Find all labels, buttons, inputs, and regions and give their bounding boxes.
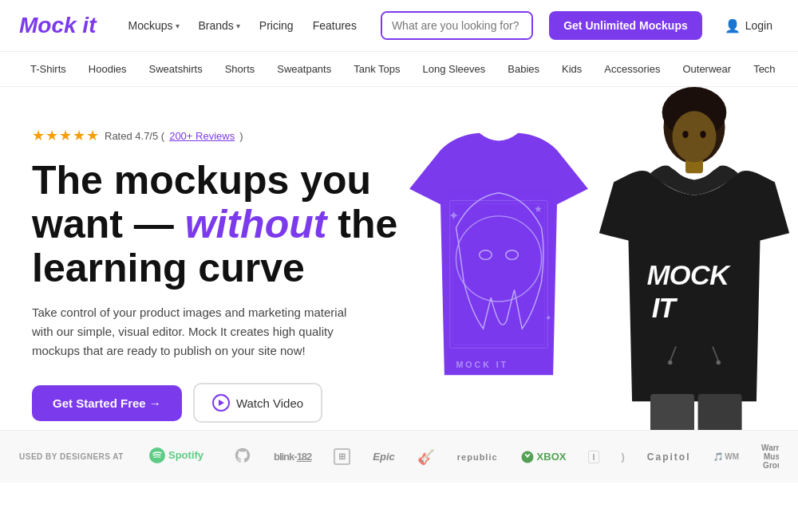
watch-video-button[interactable]: Watch Video — [193, 383, 322, 423]
brand-wm: 🎵 WM — [713, 452, 740, 461]
search-bar — [381, 11, 533, 40]
cat-models[interactable]: Models — [787, 52, 798, 86]
hoodie-svg: MOCK IT MOCK — [583, 87, 798, 430]
cat-sweatshirts[interactable]: Sweatshirts — [138, 52, 214, 86]
svg-rect-19 — [698, 394, 742, 430]
hero-images: ✦ ★ ✦ MOCK IT — [359, 87, 798, 430]
brand-capitol: Capitol — [647, 451, 691, 463]
rating: ★★★★★ Rated 4.7/5 (200+ Reviews) — [32, 127, 399, 144]
search-input[interactable] — [382, 13, 533, 38]
cat-tshirts[interactable]: T-Shirts — [19, 52, 77, 86]
play-icon — [212, 394, 230, 412]
hero-description: Take control of your product images and … — [32, 303, 351, 361]
brand-red: 🎸 — [417, 448, 435, 466]
logo[interactable]: Mock it — [19, 13, 96, 38]
github-icon — [234, 447, 251, 464]
xbox-icon — [520, 450, 535, 464]
nav-brands[interactable]: Brands ▾ — [191, 14, 248, 37]
brands-label: USED BY DESIGNERS AT — [19, 452, 124, 461]
user-icon: 👤 — [725, 18, 741, 33]
get-started-button[interactable]: Get Started Free → — [32, 385, 182, 421]
svg-point-16 — [682, 131, 688, 138]
nav-mockups[interactable]: Mockups ▾ — [120, 14, 187, 37]
hero-buttons: Get Started Free → Watch Video — [32, 383, 399, 423]
svg-text:✦: ✦ — [545, 313, 551, 322]
svg-point-24 — [149, 447, 165, 463]
brand-grid: ⊞ — [334, 448, 350, 465]
nav-pricing[interactable]: Pricing — [251, 14, 302, 37]
reviews-link[interactable]: 200+ Reviews — [169, 130, 235, 142]
brand-github — [234, 447, 251, 467]
hero-title: The mockups you want — without the learn… — [32, 159, 399, 290]
cat-tank-tops[interactable]: Tank Tops — [342, 52, 411, 86]
brand-logos-list: Spotify blink-182 ⊞ Epic 🎸 republic XBOX… — [148, 443, 779, 470]
hero-title-italic: without — [185, 202, 327, 246]
rating-text: Rated 4.7/5 ( — [105, 130, 164, 142]
svg-rect-18 — [650, 394, 694, 430]
brand-line: I — [588, 451, 598, 463]
rating-close: ) — [239, 130, 243, 142]
brand-epic: Epic — [373, 451, 394, 463]
nav-features[interactable]: Features — [305, 14, 365, 37]
svg-text:★: ★ — [534, 203, 543, 214]
svg-point-23 — [717, 361, 721, 365]
svg-point-17 — [700, 131, 705, 138]
svg-text:MOCK IT: MOCK IT — [456, 360, 508, 369]
brand-sega: ) — [622, 451, 625, 463]
hero-content: ★★★★★ Rated 4.7/5 (200+ Reviews) The moc… — [32, 119, 399, 423]
cat-shorts[interactable]: Shorts — [214, 52, 267, 86]
header: Mock it Mockups ▾ Brands ▾ Pricing Featu… — [0, 0, 798, 52]
spotify-logo: Spotify — [148, 446, 211, 465]
chevron-down-icon: ▾ — [176, 22, 180, 30]
cat-long-sleeves[interactable]: Long Sleeves — [412, 52, 497, 86]
get-unlimited-button[interactable]: Get Unlimited Mockups — [549, 11, 702, 40]
cat-sweatpants[interactable]: Sweatpants — [266, 52, 342, 86]
cat-kids[interactable]: Kids — [551, 52, 593, 86]
brand-warner: WarnerMusicGroup — [761, 443, 779, 470]
brand-republic: republic — [457, 452, 498, 462]
cat-models-wrap: Models NEW — [787, 52, 798, 86]
cat-tech[interactable]: Tech — [742, 52, 786, 86]
cat-outerwear[interactable]: Outerwear — [671, 52, 742, 86]
login-button[interactable]: 👤 Login — [718, 18, 779, 33]
category-nav: T-Shirts Hoodies Sweatshirts Shorts Swea… — [0, 52, 798, 87]
svg-text:IT: IT — [652, 292, 678, 323]
cat-accessories[interactable]: Accessories — [593, 52, 671, 86]
brand-spotify: Spotify — [148, 446, 211, 467]
svg-point-15 — [673, 111, 717, 162]
svg-point-22 — [668, 361, 673, 365]
brand-blink182: blink-182 — [274, 451, 311, 463]
hero-section: ★★★★★ Rated 4.7/5 (200+ Reviews) The moc… — [0, 87, 798, 430]
svg-text:Spotify: Spotify — [168, 449, 204, 461]
star-rating: ★★★★★ — [32, 127, 100, 144]
brand-xbox: XBOX — [520, 450, 567, 464]
hoodie-mockup: MOCK IT MOCK — [583, 87, 798, 430]
cat-hoodies[interactable]: Hoodies — [77, 52, 138, 86]
chevron-down-icon: ▾ — [236, 22, 240, 30]
svg-text:MOCK: MOCK — [646, 259, 732, 290]
brands-bar: USED BY DESIGNERS AT Spotify blink-182 ⊞… — [0, 430, 798, 483]
main-nav: Mockups ▾ Brands ▾ Pricing Features — [120, 14, 364, 37]
cat-babies[interactable]: Babies — [496, 52, 551, 86]
